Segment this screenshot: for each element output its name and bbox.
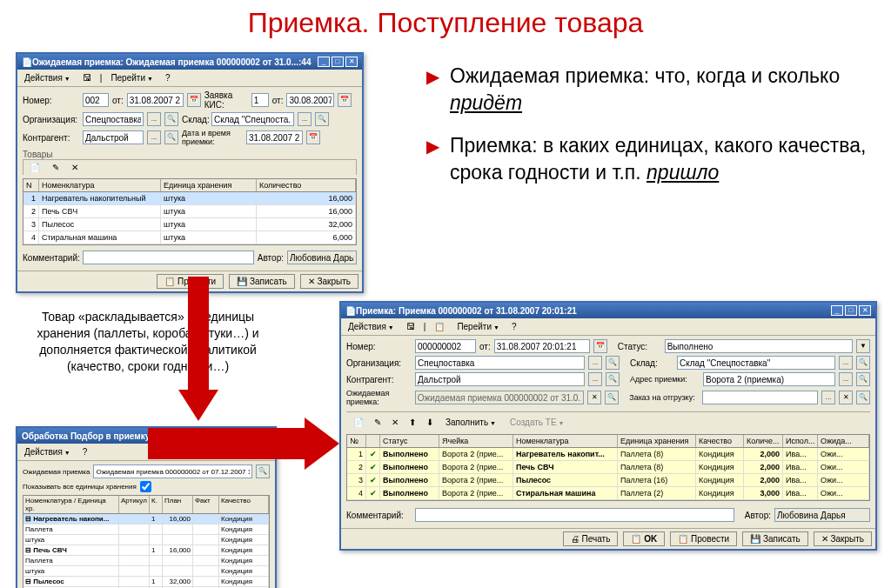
col-nomen[interactable]: Номенклатура / Единица хр.: [23, 496, 119, 513]
date-input[interactable]: [494, 339, 590, 353]
date-input[interactable]: [127, 93, 184, 107]
kis-date-input[interactable]: [286, 93, 334, 107]
close-button[interactable]: ✕: [859, 305, 871, 316]
select-icon[interactable]: ...: [588, 356, 602, 370]
help-icon[interactable]: ?: [508, 320, 520, 333]
col-qty[interactable]: Количе...: [744, 435, 783, 447]
table-row[interactable]: 2✔ВыполненоВорота 2 (прие...Печь СВЧПалл…: [347, 461, 869, 474]
maximize-button[interactable]: □: [332, 57, 344, 67]
table-row[interactable]: ⊟ Нагреватель накопи...116,000Кондиция: [23, 514, 269, 525]
select-icon[interactable]: ...: [839, 372, 853, 386]
table-row[interactable]: 4✔ВыполненоВорота 2 (прие...Стиральная м…: [347, 487, 869, 500]
print-button[interactable]: 🖨 Печать: [563, 531, 619, 546]
table-row[interactable]: 3✔ВыполненоВорота 2 (прие...ПылесосПалле…: [347, 474, 869, 487]
table-row[interactable]: штукаКондиция: [23, 535, 269, 545]
kis-input[interactable]: [251, 93, 269, 107]
calendar-icon[interactable]: 📅: [306, 130, 320, 144]
number-input[interactable]: [83, 93, 109, 107]
grid-tb-icon[interactable]: ⬇: [423, 416, 437, 429]
select-icon[interactable]: ...: [147, 112, 161, 126]
search-icon[interactable]: 🔍: [605, 391, 619, 404]
comment-input[interactable]: [415, 508, 734, 522]
sklad-input[interactable]: [211, 112, 294, 126]
ok-button[interactable]: 📋 OK: [623, 531, 665, 546]
goto-menu[interactable]: Перейти▼: [453, 320, 503, 333]
table-row[interactable]: ⊟ Пылесос132,000Кондиция: [23, 577, 269, 587]
col-art[interactable]: Артикул: [119, 496, 150, 513]
maximize-button[interactable]: □: [845, 305, 857, 316]
table-row[interactable]: 2Печь СВЧштука16,000: [23, 205, 356, 218]
fill-tab[interactable]: Заполнить▼: [440, 416, 501, 429]
select-icon[interactable]: ...: [821, 391, 835, 404]
col-status[interactable]: Статус: [380, 435, 439, 447]
search-icon[interactable]: 🔍: [606, 356, 620, 370]
col-nomen[interactable]: Номенклатура: [39, 179, 161, 191]
actions-menu[interactable]: Действия▼: [21, 445, 74, 458]
table-row[interactable]: 3Пылесосштука32,000: [23, 218, 356, 231]
minimize-button[interactable]: _: [831, 305, 843, 316]
actions-menu[interactable]: Действия▼: [21, 71, 74, 84]
close-button[interactable]: ✕ Закрыть: [300, 274, 358, 289]
table-row[interactable]: 4Стиральная машинаштука6,000: [23, 231, 356, 244]
help-icon[interactable]: ?: [162, 71, 174, 84]
titlebar[interactable]: 📄 Ожидаемая приемка: Ожидаемая приемка 0…: [17, 54, 362, 70]
goto-menu[interactable]: Перейти▼: [107, 71, 157, 84]
calendar-icon[interactable]: 📅: [593, 339, 607, 353]
search-icon[interactable]: 🔍: [856, 391, 870, 404]
clear-icon[interactable]: ✕: [587, 391, 601, 404]
contr-input[interactable]: [415, 372, 585, 386]
calendar-icon[interactable]: 📅: [187, 93, 201, 107]
select-icon[interactable]: ...: [588, 372, 602, 386]
col-unit[interactable]: Единица хранения: [161, 179, 257, 191]
show-checkbox[interactable]: [140, 481, 151, 492]
grid-toolbar-icon[interactable]: ✎: [49, 161, 63, 174]
table-row[interactable]: ПаллетаКондиция: [23, 556, 269, 566]
table-row[interactable]: ⊟ Печь СВЧ116,000Кондиция: [23, 545, 269, 556]
addr-input[interactable]: [703, 372, 835, 386]
zapisat-button[interactable]: 💾 Записать: [229, 274, 295, 289]
dropdown-icon[interactable]: ▼: [856, 339, 870, 353]
select-icon[interactable]: ...: [147, 130, 161, 144]
grid-toolbar-icon[interactable]: 📄: [26, 161, 44, 174]
status-input[interactable]: [665, 339, 853, 353]
col-k[interactable]: К.: [150, 496, 163, 513]
recv-input[interactable]: [246, 130, 303, 144]
calendar-icon[interactable]: 📅: [338, 93, 352, 107]
order-input[interactable]: [702, 391, 818, 404]
zapisat-button[interactable]: 💾 Записать: [742, 531, 808, 546]
search-icon[interactable]: 🔍: [164, 130, 178, 144]
grid-tb-icon[interactable]: ✕: [388, 416, 402, 429]
grid-toolbar-icon[interactable]: ✕: [68, 161, 82, 174]
col-exec[interactable]: Испол...: [783, 435, 818, 447]
toolbar-icon[interactable]: 🖫: [79, 71, 95, 84]
col-qual[interactable]: Качество: [219, 496, 269, 513]
col-plan[interactable]: План: [163, 496, 193, 513]
col-check[interactable]: [366, 435, 380, 447]
contr-input[interactable]: [83, 130, 144, 144]
help-icon[interactable]: ?: [79, 445, 91, 458]
close-button[interactable]: ✕: [345, 57, 358, 67]
col-n[interactable]: №: [347, 435, 366, 447]
titlebar[interactable]: 📄 Приемка: Приемка 000000002 от 31.08.20…: [341, 303, 875, 318]
select-icon[interactable]: ...: [839, 356, 853, 370]
col-nomen[interactable]: Номенклатура: [513, 435, 618, 447]
grid-tb-icon[interactable]: ⬆: [405, 416, 419, 429]
tree-grid[interactable]: Номенклатура / Единица хр. Артикул К. Пл…: [23, 495, 270, 588]
table-row[interactable]: 1✔ВыполненоВорота 2 (прие...Нагреватель …: [347, 448, 869, 461]
provesti-button[interactable]: 📋 Провести: [670, 531, 737, 546]
table-row[interactable]: ПаллетаКондиция: [23, 525, 269, 535]
search-icon[interactable]: 🔍: [606, 372, 620, 386]
col-unit[interactable]: Единица хранения: [618, 435, 696, 447]
col-qual[interactable]: Качество: [696, 435, 744, 447]
search-icon[interactable]: 🔍: [315, 112, 329, 126]
col-cell[interactable]: Ячейка: [439, 435, 513, 447]
create-te-tab[interactable]: Создать ТЕ▼: [505, 416, 570, 429]
toolbar-icon[interactable]: 📋: [431, 320, 448, 333]
number-input[interactable]: [415, 339, 476, 353]
close-button[interactable]: ✕ Закрыть: [814, 531, 872, 546]
table-row[interactable]: 1Нагреватель накопительныйштука16,000: [23, 192, 356, 205]
minimize-button[interactable]: _: [318, 57, 330, 67]
goods-grid[interactable]: N Номенклатура Единица хранения Количест…: [23, 178, 357, 245]
actions-menu[interactable]: Действия▼: [345, 320, 398, 333]
table-row[interactable]: штукаКондиция: [23, 566, 269, 577]
